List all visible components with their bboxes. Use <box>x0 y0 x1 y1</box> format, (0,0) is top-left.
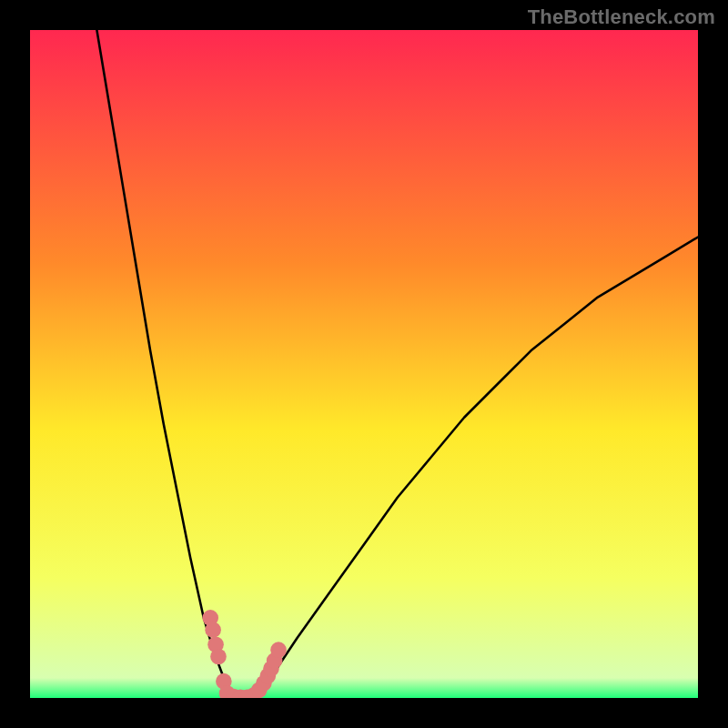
marker-dot <box>210 649 227 665</box>
bottleneck-chart <box>30 30 698 698</box>
watermark-text: TheBottleneck.com <box>528 5 715 29</box>
outer-frame: TheBottleneck.com <box>0 0 728 728</box>
plot-area <box>30 30 698 698</box>
gradient-background <box>30 30 698 698</box>
marker-dot <box>205 622 221 638</box>
marker-dot <box>270 642 287 658</box>
